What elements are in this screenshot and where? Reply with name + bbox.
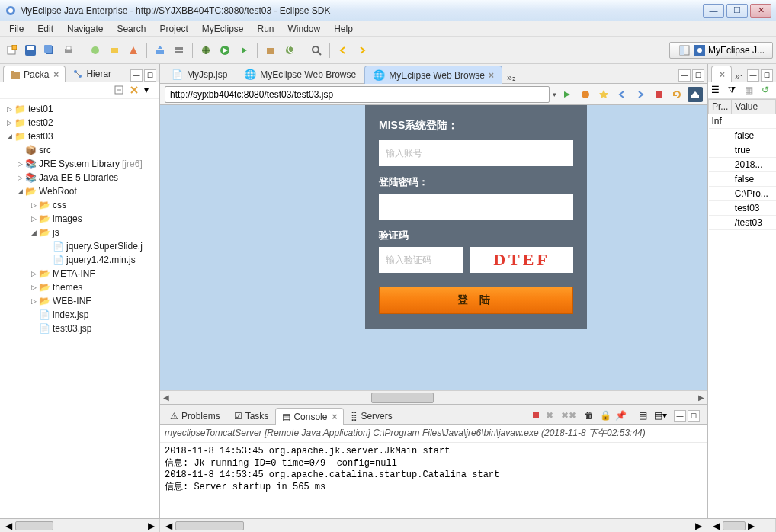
tab-package-explorer[interactable]: Packa × xyxy=(3,66,66,82)
tree-folder[interactable]: ▷📂css xyxy=(0,198,159,212)
pin-console-icon[interactable]: 📌 xyxy=(615,410,627,422)
tree-file[interactable]: 📄test03.jsp xyxy=(0,322,159,335)
maximize-view-icon[interactable]: ☐ xyxy=(144,69,156,82)
print-button[interactable] xyxy=(60,42,77,59)
captcha-image[interactable]: DTEF xyxy=(470,247,573,273)
browser-hscrollbar[interactable]: ◀ ▶ xyxy=(160,390,707,404)
tree-folder[interactable]: ▷📂META-INF xyxy=(0,267,159,280)
menu-window[interactable]: Window xyxy=(282,22,327,36)
right-hscrollbar[interactable]: ◀▶ xyxy=(710,521,772,531)
tree-file[interactable]: 📄jquery.SuperSlide.j xyxy=(0,239,159,253)
password-input[interactable] xyxy=(379,194,573,220)
wizard2-icon[interactable] xyxy=(106,42,123,59)
tab-properties[interactable]: × xyxy=(711,66,732,82)
account-input[interactable] xyxy=(379,140,573,166)
close-icon[interactable]: × xyxy=(53,69,59,80)
tree-file[interactable]: 📄jquery1.42.min.js xyxy=(0,253,159,267)
wizard3-icon[interactable] xyxy=(125,42,142,59)
go-icon[interactable] xyxy=(560,87,575,102)
tree-file[interactable]: 📄index.jsp xyxy=(0,308,159,322)
terminate-icon[interactable] xyxy=(531,410,543,422)
table-row[interactable]: false xyxy=(709,129,776,143)
save-all-button[interactable] xyxy=(41,42,58,59)
close-icon[interactable]: × xyxy=(332,412,337,422)
url-dropdown-icon[interactable]: ▾ xyxy=(553,91,556,98)
show-advanced-icon[interactable]: ▦ xyxy=(745,85,757,97)
tree-folder[interactable]: ▷📂themes xyxy=(0,280,159,294)
table-row[interactable]: false xyxy=(709,172,776,187)
tree-jre[interactable]: ▷📚JRE System Library [jre6] xyxy=(0,157,159,171)
deploy-icon[interactable] xyxy=(152,42,168,59)
minimize-editor-icon[interactable]: — xyxy=(678,69,691,82)
menu-search[interactable]: Search xyxy=(111,22,152,36)
tab-problems[interactable]: ⚠Problems xyxy=(163,407,227,424)
nav-forward-icon[interactable] xyxy=(633,87,648,102)
clear-console-icon[interactable]: 🗑 xyxy=(585,410,597,422)
menu-navigate[interactable]: Navigate xyxy=(61,22,109,36)
menu-help[interactable]: Help xyxy=(328,22,359,36)
left-hscrollbar[interactable]: ◀▶ xyxy=(3,521,156,531)
scroll-lock-icon[interactable]: 🔒 xyxy=(600,410,612,422)
table-row[interactable]: 2018... xyxy=(709,158,776,172)
search-icon[interactable] xyxy=(308,42,325,59)
maximize-view-icon[interactable]: ☐ xyxy=(761,69,773,82)
collapse-all-icon[interactable] xyxy=(114,85,126,97)
restore-defaults-icon[interactable]: ↺ xyxy=(762,85,774,97)
remove-launch-icon[interactable]: ✖ xyxy=(546,410,558,422)
new-class-icon[interactable]: C xyxy=(281,42,298,59)
browser-viewport[interactable]: MISS系统登陆： 登陆密码： 验证码 DTEF 登 陆 xyxy=(160,105,707,390)
window-close-button[interactable]: ✕ xyxy=(750,4,771,18)
tab-console[interactable]: ▤Console× xyxy=(275,408,344,425)
editor-tab-browse2[interactable]: 🌐MyEclipse Web Browse× xyxy=(364,66,502,84)
properties-table[interactable]: Pr...Value Inf false true 2018... false … xyxy=(708,99,776,230)
tree-folder[interactable]: ▷📂images xyxy=(0,212,159,226)
tree-folder[interactable]: ▷📂WEB-INF xyxy=(0,294,159,308)
categories-icon[interactable]: ☰ xyxy=(711,85,723,97)
console-output[interactable]: 2018-11-8 14:53:45 org.apache.jk.server.… xyxy=(160,443,707,496)
nav-back-icon[interactable] xyxy=(614,87,630,102)
table-row[interactable]: true xyxy=(709,143,776,158)
window-minimize-button[interactable]: — xyxy=(703,4,724,18)
package-explorer-tree[interactable]: ▷📁test01 ▷📁test02 ◢📁test03 📦src ▷📚JRE Sy… xyxy=(0,99,159,518)
home-icon[interactable] xyxy=(688,87,703,102)
minimize-view-icon[interactable]: — xyxy=(747,69,759,82)
open-perspective-icon[interactable] xyxy=(678,42,691,59)
menu-project[interactable]: Project xyxy=(153,22,194,36)
tree-project[interactable]: ▷📁test02 xyxy=(0,116,159,130)
run-last-icon[interactable] xyxy=(236,42,252,59)
stop-nav-icon[interactable] xyxy=(578,87,593,102)
run-button[interactable] xyxy=(216,42,233,59)
server-icon[interactable] xyxy=(171,42,188,59)
more-tabs-icon[interactable]: »₂ xyxy=(502,72,521,83)
tree-src[interactable]: 📦src xyxy=(0,143,159,157)
open-console-icon[interactable]: ▤▾ xyxy=(654,410,666,422)
tree-folder[interactable]: ◢📂js xyxy=(0,226,159,239)
menu-file[interactable]: File xyxy=(3,22,30,36)
editor-tab-myjsp[interactable]: 📄MyJsp.jsp xyxy=(163,65,236,83)
new-button[interactable] xyxy=(3,42,20,59)
tab-tasks[interactable]: ☑Tasks xyxy=(227,407,276,424)
captcha-input[interactable] xyxy=(379,247,463,273)
tab-servers[interactable]: ⣿Servers xyxy=(344,407,399,424)
view-menu-icon[interactable]: ▾ xyxy=(144,85,156,97)
refresh-icon[interactable] xyxy=(669,87,685,102)
tab-hierarchy[interactable]: Hierar xyxy=(66,65,118,82)
menu-edit[interactable]: Edit xyxy=(31,22,59,36)
center-hscrollbar[interactable]: ◀▶ xyxy=(163,521,704,531)
table-row[interactable]: /test03 xyxy=(709,216,776,230)
perspective-switcher[interactable]: MyEclipse J... xyxy=(669,42,773,59)
tree-project[interactable]: ◢📁test03 xyxy=(0,130,159,143)
remove-all-icon[interactable]: ✖✖ xyxy=(561,410,573,422)
table-row[interactable]: Inf xyxy=(709,114,776,129)
nav-stop-icon[interactable] xyxy=(651,87,666,102)
back-icon[interactable] xyxy=(335,42,351,59)
save-button[interactable] xyxy=(22,42,39,59)
scroll-left-icon[interactable]: ◀ xyxy=(160,393,172,402)
close-icon[interactable]: × xyxy=(489,70,494,81)
wizard1-icon[interactable] xyxy=(87,42,104,59)
forward-icon[interactable] xyxy=(354,42,370,59)
maximize-editor-icon[interactable]: ☐ xyxy=(692,69,704,82)
menu-myeclipse[interactable]: MyEclipse xyxy=(196,22,250,36)
tree-javaee[interactable]: ▷📚Java EE 5 Libraries xyxy=(0,171,159,184)
more-tabs-icon[interactable]: »₁ xyxy=(732,71,747,82)
